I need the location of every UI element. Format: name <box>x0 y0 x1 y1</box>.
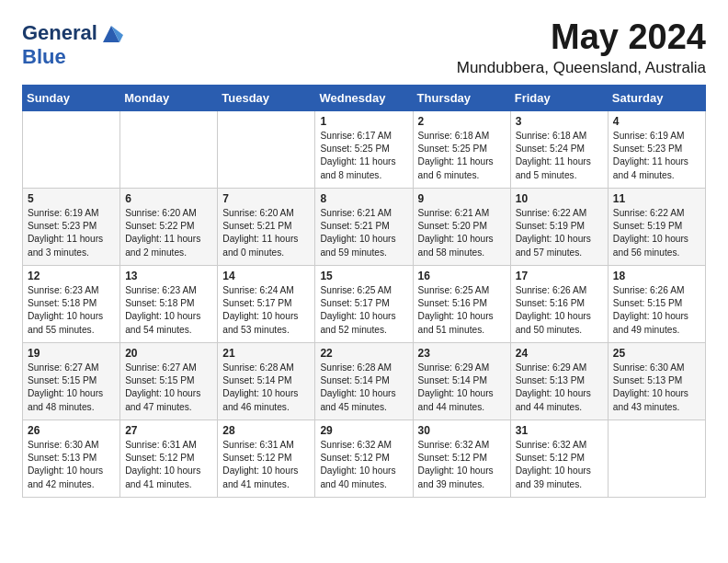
calendar-subtitle: Mundubbera, Queensland, Australia <box>457 59 706 77</box>
day-number: 31 <box>516 424 603 437</box>
day-number: 18 <box>613 270 700 282</box>
header-friday: Friday <box>510 85 608 110</box>
day-info: Sunrise: 6:26 AM Sunset: 5:15 PM Dayligh… <box>613 284 700 337</box>
day-info: Sunrise: 6:18 AM Sunset: 5:24 PM Dayligh… <box>516 130 603 182</box>
calendar-week-row: 1Sunrise: 6:17 AM Sunset: 5:25 PM Daylig… <box>23 110 706 188</box>
day-number: 30 <box>418 424 506 437</box>
day-number: 9 <box>418 192 506 205</box>
day-info: Sunrise: 6:32 AM Sunset: 5:12 PM Dayligh… <box>516 439 603 491</box>
day-info: Sunrise: 6:28 AM Sunset: 5:14 PM Dayligh… <box>222 362 310 414</box>
day-info: Sunrise: 6:23 AM Sunset: 5:18 PM Dayligh… <box>125 284 212 337</box>
calendar-cell: 18Sunrise: 6:26 AM Sunset: 5:15 PM Dayli… <box>608 265 705 342</box>
calendar-cell: 3Sunrise: 6:18 AM Sunset: 5:24 PM Daylig… <box>510 110 608 188</box>
day-info: Sunrise: 6:29 AM Sunset: 5:14 PM Dayligh… <box>418 362 506 414</box>
header-saturday: Saturday <box>608 85 705 110</box>
logo: General Blue <box>22 22 123 68</box>
calendar-cell: 22Sunrise: 6:28 AM Sunset: 5:14 PM Dayli… <box>315 342 413 419</box>
header: General Blue May 2024 Mundubbera, Queens… <box>22 18 706 77</box>
calendar-cell: 27Sunrise: 6:31 AM Sunset: 5:12 PM Dayli… <box>120 419 218 497</box>
logo-text: General <box>22 22 123 46</box>
day-number: 8 <box>320 192 407 205</box>
day-info: Sunrise: 6:26 AM Sunset: 5:16 PM Dayligh… <box>516 284 603 337</box>
day-info: Sunrise: 6:32 AM Sunset: 5:12 PM Dayligh… <box>320 439 407 491</box>
calendar-cell: 8Sunrise: 6:21 AM Sunset: 5:21 PM Daylig… <box>315 188 413 265</box>
day-number: 28 <box>222 424 310 437</box>
calendar-cell: 23Sunrise: 6:29 AM Sunset: 5:14 PM Dayli… <box>413 342 510 419</box>
calendar-cell: 2Sunrise: 6:18 AM Sunset: 5:25 PM Daylig… <box>413 110 510 188</box>
day-number: 20 <box>125 347 212 360</box>
calendar-week-row: 5Sunrise: 6:19 AM Sunset: 5:23 PM Daylig… <box>23 188 706 265</box>
day-info: Sunrise: 6:29 AM Sunset: 5:13 PM Dayligh… <box>516 362 603 414</box>
day-number: 22 <box>320 347 407 360</box>
day-number: 5 <box>28 192 115 205</box>
calendar-cell: 4Sunrise: 6:19 AM Sunset: 5:23 PM Daylig… <box>608 110 705 188</box>
day-number: 16 <box>418 270 506 282</box>
day-number: 13 <box>125 270 212 282</box>
logo-icon <box>99 22 123 46</box>
day-info: Sunrise: 6:19 AM Sunset: 5:23 PM Dayligh… <box>613 130 700 182</box>
calendar-cell: 13Sunrise: 6:23 AM Sunset: 5:18 PM Dayli… <box>120 265 218 342</box>
day-number: 14 <box>222 270 310 282</box>
calendar-cell: 21Sunrise: 6:28 AM Sunset: 5:14 PM Dayli… <box>218 342 315 419</box>
day-number: 4 <box>613 115 700 128</box>
calendar-cell: 28Sunrise: 6:31 AM Sunset: 5:12 PM Dayli… <box>218 419 315 497</box>
calendar-cell: 1Sunrise: 6:17 AM Sunset: 5:25 PM Daylig… <box>315 110 413 188</box>
day-info: Sunrise: 6:25 AM Sunset: 5:17 PM Dayligh… <box>320 284 407 337</box>
day-info: Sunrise: 6:30 AM Sunset: 5:13 PM Dayligh… <box>613 362 700 414</box>
day-info: Sunrise: 6:19 AM Sunset: 5:23 PM Dayligh… <box>28 207 115 259</box>
day-number: 2 <box>418 115 506 128</box>
calendar-cell: 16Sunrise: 6:25 AM Sunset: 5:16 PM Dayli… <box>413 265 510 342</box>
day-number: 29 <box>320 424 407 437</box>
calendar-cell: 10Sunrise: 6:22 AM Sunset: 5:19 PM Dayli… <box>510 188 608 265</box>
calendar-cell: 31Sunrise: 6:32 AM Sunset: 5:12 PM Dayli… <box>510 419 608 497</box>
header-monday: Monday <box>120 85 218 110</box>
day-info: Sunrise: 6:31 AM Sunset: 5:12 PM Dayligh… <box>125 439 212 491</box>
day-info: Sunrise: 6:17 AM Sunset: 5:25 PM Dayligh… <box>320 130 407 182</box>
day-number: 24 <box>516 347 603 360</box>
calendar-cell: 5Sunrise: 6:19 AM Sunset: 5:23 PM Daylig… <box>23 188 120 265</box>
day-number: 23 <box>418 347 506 360</box>
day-info: Sunrise: 6:28 AM Sunset: 5:14 PM Dayligh… <box>320 362 407 414</box>
calendar-cell: 25Sunrise: 6:30 AM Sunset: 5:13 PM Dayli… <box>608 342 705 419</box>
day-info: Sunrise: 6:32 AM Sunset: 5:12 PM Dayligh… <box>418 439 506 491</box>
day-number: 17 <box>516 270 603 282</box>
calendar-cell: 29Sunrise: 6:32 AM Sunset: 5:12 PM Dayli… <box>315 419 413 497</box>
header-wednesday: Wednesday <box>315 85 413 110</box>
day-number: 3 <box>516 115 603 128</box>
calendar-cell: 19Sunrise: 6:27 AM Sunset: 5:15 PM Dayli… <box>23 342 120 419</box>
calendar-cell <box>120 110 218 188</box>
calendar-cell <box>608 419 705 497</box>
calendar-header-row: Sunday Monday Tuesday Wednesday Thursday… <box>23 85 706 110</box>
day-info: Sunrise: 6:30 AM Sunset: 5:13 PM Dayligh… <box>28 439 115 491</box>
day-number: 21 <box>222 347 310 360</box>
day-info: Sunrise: 6:23 AM Sunset: 5:18 PM Dayligh… <box>28 284 115 337</box>
calendar-cell: 15Sunrise: 6:25 AM Sunset: 5:17 PM Dayli… <box>315 265 413 342</box>
logo-line2: Blue <box>22 46 123 68</box>
day-info: Sunrise: 6:25 AM Sunset: 5:16 PM Dayligh… <box>418 284 506 337</box>
day-number: 27 <box>125 424 212 437</box>
day-number: 26 <box>28 424 115 437</box>
calendar-week-row: 19Sunrise: 6:27 AM Sunset: 5:15 PM Dayli… <box>23 342 706 419</box>
day-number: 19 <box>28 347 115 360</box>
header-thursday: Thursday <box>413 85 510 110</box>
day-number: 12 <box>28 270 115 282</box>
calendar-cell <box>23 110 120 188</box>
calendar-cell: 14Sunrise: 6:24 AM Sunset: 5:17 PM Dayli… <box>218 265 315 342</box>
day-number: 1 <box>320 115 407 128</box>
day-info: Sunrise: 6:20 AM Sunset: 5:22 PM Dayligh… <box>125 207 212 259</box>
header-sunday: Sunday <box>23 85 120 110</box>
calendar-cell: 24Sunrise: 6:29 AM Sunset: 5:13 PM Dayli… <box>510 342 608 419</box>
calendar-cell: 20Sunrise: 6:27 AM Sunset: 5:15 PM Dayli… <box>120 342 218 419</box>
title-block: May 2024 Mundubbera, Queensland, Austral… <box>457 18 706 77</box>
day-info: Sunrise: 6:21 AM Sunset: 5:20 PM Dayligh… <box>418 207 506 259</box>
day-info: Sunrise: 6:27 AM Sunset: 5:15 PM Dayligh… <box>125 362 212 414</box>
calendar-cell: 12Sunrise: 6:23 AM Sunset: 5:18 PM Dayli… <box>23 265 120 342</box>
calendar-cell <box>218 110 315 188</box>
calendar-cell: 6Sunrise: 6:20 AM Sunset: 5:22 PM Daylig… <box>120 188 218 265</box>
calendar-cell: 11Sunrise: 6:22 AM Sunset: 5:19 PM Dayli… <box>608 188 705 265</box>
calendar-week-row: 12Sunrise: 6:23 AM Sunset: 5:18 PM Dayli… <box>23 265 706 342</box>
day-info: Sunrise: 6:24 AM Sunset: 5:17 PM Dayligh… <box>222 284 310 337</box>
calendar-cell: 7Sunrise: 6:20 AM Sunset: 5:21 PM Daylig… <box>218 188 315 265</box>
calendar-title: May 2024 <box>457 18 706 57</box>
day-info: Sunrise: 6:22 AM Sunset: 5:19 PM Dayligh… <box>516 207 603 259</box>
